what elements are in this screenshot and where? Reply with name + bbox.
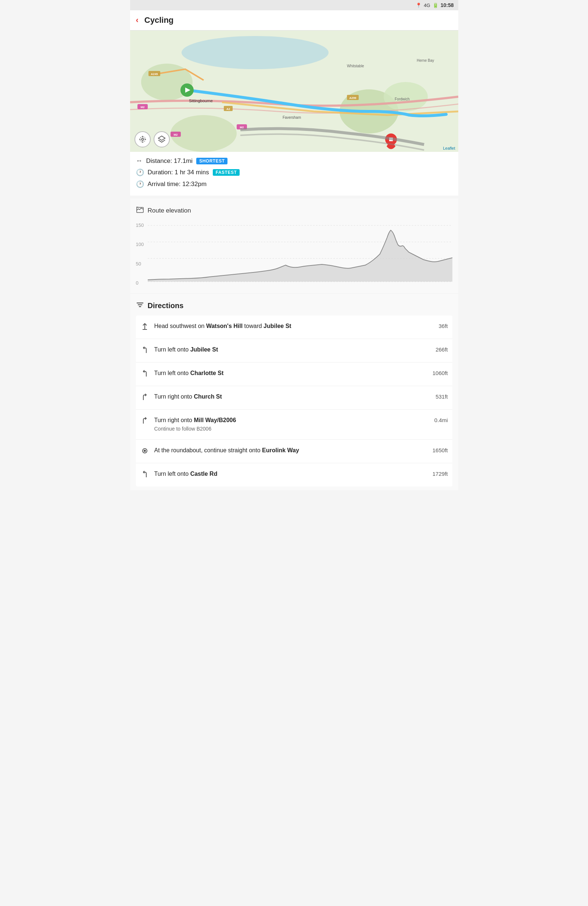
elevation-title: Route elevation [136,206,453,215]
direction-item: Head southwest on Watson's Hill toward J… [136,316,453,339]
dir-distance-1: 36ft [438,323,448,329]
svg-text:A2: A2 [226,107,230,111]
dir-left-icon-3 [140,370,149,379]
dir-text-6: At the roundabout, continue straight ont… [155,447,427,455]
svg-text:M2: M2 [140,105,145,109]
direction-item: Turn left onto Jubilee St 266ft [136,339,453,362]
distance-icon: ↔ [136,157,143,165]
svg-point-51 [144,450,145,451]
distance-row: ↔ Distance: 17.1mi SHORTEST [136,157,453,165]
map-svg: M2 M2 M2 A249 A2 Sittingbourne Canterbur… [130,30,458,152]
map-controls [134,131,170,147]
duration-icon: 🕐 [136,168,144,177]
direction-item: At the roundabout, continue straight ont… [136,440,453,463]
direction-item: Turn right onto Church St 531ft [136,386,453,410]
direction-item: Turn left onto Castle Rd 1729ft [136,463,453,486]
layers-button[interactable] [154,131,170,147]
dir-distance-3: 1060ft [433,370,448,376]
status-battery-icon: 🔋 [433,3,438,8]
elevation-section: Route elevation 150 100 50 0 [130,199,458,293]
arrival-row: 🕐 Arrival time: 12:32pm [136,180,453,188]
distance-value: 17.1mi [174,157,193,164]
svg-point-4 [384,82,428,112]
svg-point-32 [140,137,145,142]
dir-left-icon-7 [140,471,149,480]
dir-distance-6: 1650ft [433,447,448,453]
dir-text-1: Head southwest on Watson's Hill toward J… [155,322,433,330]
svg-text:Sittingbourne: Sittingbourne [189,99,213,103]
directions-title: Directions [136,301,453,310]
duration-value: 1 hr 34 mins [175,169,209,176]
arrival-label: Arrival time: 12:32pm [148,180,207,188]
dir-text-7: Turn left onto Castle Rd [155,470,427,478]
header: ‹ Cycling [130,10,458,30]
status-time: 10:58 [441,2,454,8]
svg-text:Herne Bay: Herne Bay [417,59,434,62]
dir-distance-4: 531ft [435,394,448,400]
distance-label: Distance: 17.1mi [146,157,193,165]
svg-text:Fordwich: Fordwich [395,97,410,101]
dir-text-5: Turn right onto Mill Way/B2006 Continue … [155,416,429,433]
direction-item: Turn right onto Mill Way/B2006 Continue … [136,410,453,440]
svg-text:A249: A249 [151,72,158,76]
dir-text-4: Turn right onto Church St [155,393,431,401]
dir-distance-5: 0.4mi [434,417,448,423]
page-title: Cycling [144,16,174,25]
dir-straight-icon [140,323,149,332]
status-location-icon: 📍 [416,3,422,8]
dir-distance-7: 1729ft [433,471,448,477]
duration-row: 🕐 Duration: 1 hr 34 mins FASTEST [136,168,453,177]
dir-distance-2: 266ft [435,346,448,353]
svg-text:Whitstable: Whitstable [347,64,364,68]
svg-text:Faversham: Faversham [283,115,301,120]
status-signal-icon: 4G [424,3,430,8]
arrival-value: 12:32pm [182,180,207,188]
shortest-badge: SHORTEST [196,158,228,164]
directions-list: Head southwest on Watson's Hill toward J… [136,316,453,486]
route-info-section: ↔ Distance: 17.1mi SHORTEST 🕐 Duration: … [130,152,458,196]
direction-item: Turn left onto Charlotte St 1060ft [136,362,453,386]
arrival-icon: 🕐 [136,180,144,188]
elevation-chart: 150 100 50 0 [136,221,453,287]
dir-text-3: Turn left onto Charlotte St [155,369,427,377]
directions-filter-icon [136,301,144,310]
elevation-map-icon [136,206,144,215]
dir-text-2: Turn left onto Jubilee St [155,346,431,354]
svg-text:A299: A299 [349,96,357,100]
map-container[interactable]: M2 M2 M2 A249 A2 Sittingbourne Canterbur… [130,30,458,152]
svg-rect-38 [137,207,143,212]
elevation-svg [148,221,453,287]
svg-marker-37 [158,136,165,140]
leaflet-attribution: Leaflet [443,146,455,150]
dir-roundabout-icon-6 [140,447,149,456]
status-bar: 📍 4G 🔋 10:58 [130,0,458,10]
svg-point-31 [142,138,144,140]
duration-label: Duration: 1 hr 34 mins [148,169,209,176]
dir-right-icon-4 [140,394,149,403]
dir-subtext-5: Continue to follow B2006 [155,426,429,433]
back-button[interactable]: ‹ [136,16,139,24]
dir-right-icon-5 [140,417,149,426]
svg-text:M2: M2 [174,133,178,136]
directions-section: Directions Head southwest on Watson's Hi… [130,294,458,490]
dir-left-icon-2 [140,346,149,356]
location-button[interactable] [134,131,151,147]
fastest-badge: FASTEST [213,169,240,176]
